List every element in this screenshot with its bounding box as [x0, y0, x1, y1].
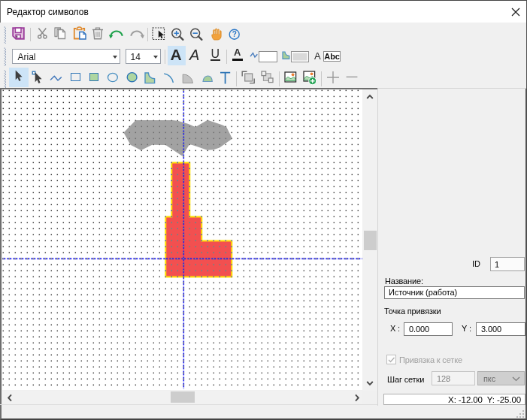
- svg-text:?: ?: [232, 30, 237, 38]
